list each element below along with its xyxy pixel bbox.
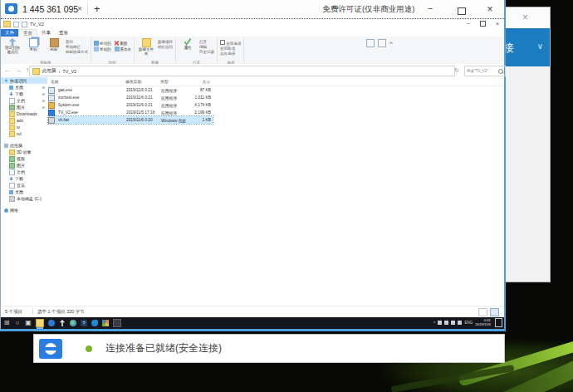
session-titlebar: 1 445 361 095 × + 免费许可证(仅非商业用途) − × xyxy=(1,0,504,19)
quick-access-toolbar[interactable]: TV_V2 xyxy=(3,21,44,27)
history-button[interactable]: 历史记录 xyxy=(199,50,214,54)
copy-path-button[interactable]: 复制路径 xyxy=(66,45,88,49)
properties-button[interactable]: 属性 xyxy=(179,38,197,54)
details-view-button[interactable] xyxy=(490,308,499,316)
close-button[interactable]: × xyxy=(481,3,499,16)
minimize-button[interactable]: − xyxy=(421,3,439,16)
task-view-icon[interactable]: ▣ xyxy=(25,320,32,326)
taskbar-app-icon[interactable] xyxy=(70,320,76,326)
tray-icon[interactable] xyxy=(451,321,455,325)
file-row[interactable]: TV_V2.exe 2019/11/5 17:16 应用程序 2,199 KB xyxy=(48,109,213,116)
sidebar-item-pictures[interactable]: 图片 xyxy=(1,162,47,169)
sidebar-item-desktop[interactable]: 桌面 xyxy=(1,84,47,91)
easy-access-button[interactable]: 轻松访问 xyxy=(158,45,173,49)
search-input[interactable]: 搜索"TV_V2" xyxy=(464,66,506,76)
column-size[interactable]: 大小 xyxy=(182,79,210,84)
open-button[interactable]: 打开 xyxy=(199,40,214,44)
tab-share[interactable]: 共享 xyxy=(37,29,55,37)
list-view-button[interactable] xyxy=(478,308,487,316)
file-row[interactable]: System.exe 2019/11/6 0:21 应用程序 4,174 KB xyxy=(48,101,213,109)
cut-button[interactable]: 剪切 xyxy=(66,40,88,44)
minimize-icon[interactable]: − xyxy=(467,21,470,27)
notification-center-icon[interactable] xyxy=(495,318,502,327)
sidebar-item-downloads[interactable]: 下载 xyxy=(1,91,47,97)
search-icon[interactable]: ○ xyxy=(14,320,21,326)
taskbar-app-icon[interactable] xyxy=(102,320,109,326)
sidebar-item-music[interactable]: 音乐 xyxy=(1,182,47,189)
file-row-selected[interactable]: vb.bat 2019/11/6 0:20 Windows 批处理文件 1 KB xyxy=(48,116,213,124)
forward-button[interactable]: → xyxy=(15,66,22,74)
tray-icon[interactable] xyxy=(458,321,462,325)
select-none-button[interactable]: 全部取消 xyxy=(220,47,241,51)
taskbar-app-icon[interactable] xyxy=(48,320,55,326)
tray-chevron-icon[interactable]: ^ xyxy=(433,321,435,326)
chevron-down-icon[interactable]: ∨ xyxy=(537,42,543,51)
select-all-button[interactable]: 全部选择 xyxy=(220,40,241,46)
file-explorer-taskbar-icon[interactable] xyxy=(36,319,44,327)
tab-view[interactable]: 查看 xyxy=(55,29,72,37)
rename-button[interactable]: 重命名 xyxy=(115,47,132,51)
copy-to-button[interactable]: 复制到 xyxy=(94,47,111,51)
sidebar-item-downloads[interactable]: 下载 xyxy=(1,175,47,182)
sidebar-item-folder[interactable]: Downloads xyxy=(1,110,47,117)
sidebar-item-network[interactable]: 网络 xyxy=(1,207,47,213)
tab-close-icon[interactable]: × xyxy=(77,4,82,13)
edit-button[interactable]: 编辑 xyxy=(199,45,214,49)
sidebar-item-documents[interactable]: 文档 xyxy=(1,97,47,104)
pin-to-quick-access-button[interactable]: 固定到快速访问 xyxy=(3,38,22,55)
sidebar-item-quick-access[interactable]: 快速访问 xyxy=(1,77,47,84)
column-date[interactable]: 修改日期 xyxy=(125,79,157,84)
sidebar-item-desktop[interactable]: 桌面 xyxy=(1,189,47,195)
ribbon-option-icon[interactable] xyxy=(378,39,386,47)
paste-shortcut-button[interactable]: 粘贴快捷方式 xyxy=(66,50,88,54)
ribbon-option-icon[interactable] xyxy=(366,39,375,47)
maximize-icon[interactable] xyxy=(480,21,486,27)
pin-icon xyxy=(42,93,45,96)
sidebar-item-folder[interactable]: rul xyxy=(1,130,47,137)
breadcrumb[interactable]: 此电脑 › TV_V2 xyxy=(29,66,455,76)
edge-taskbar-icon[interactable] xyxy=(91,320,98,326)
collapse-ribbon-icon[interactable]: ^ xyxy=(389,40,393,47)
qat-button[interactable] xyxy=(22,22,27,27)
back-button[interactable]: ← xyxy=(4,66,11,74)
sidebar-item-folder[interactable]: tv xyxy=(1,124,47,130)
start-button[interactable]: ⊞ xyxy=(3,320,10,326)
new-folder-button[interactable]: 新建文件夹 xyxy=(137,38,155,56)
column-name[interactable]: 名称 xyxy=(51,79,122,84)
sidebar-item-videos[interactable]: 视频 xyxy=(1,155,47,162)
refresh-icon[interactable]: ↻ xyxy=(454,67,459,74)
copy-button[interactable]: 复制 xyxy=(24,38,42,55)
taskbar-app-icon[interactable] xyxy=(59,320,66,326)
maximize-button[interactable] xyxy=(453,3,471,16)
sidebar-item-documents[interactable]: 文档 xyxy=(1,169,47,175)
delete-button[interactable]: 删除 xyxy=(115,41,132,46)
sidebar-item-local-disk-c[interactable]: 本地磁盘 (C:) xyxy=(1,195,47,202)
tab-file[interactable]: 文件 xyxy=(1,29,18,37)
close-icon[interactable]: × xyxy=(496,21,499,27)
tab-home[interactable]: 主页 xyxy=(18,29,37,37)
move-to-button[interactable]: 移动到 xyxy=(94,41,111,46)
taskbar-app-icon[interactable] xyxy=(113,319,121,327)
sidebar-item-this-pc[interactable]: 此电脑 xyxy=(1,142,47,149)
close-icon[interactable]: × xyxy=(522,12,528,22)
tray-icon[interactable] xyxy=(438,321,442,325)
new-folder-icon xyxy=(142,38,151,47)
sidebar-item-3d-objects[interactable]: 3D 对象 xyxy=(1,149,47,155)
sidebar-item-folder[interactable]: adv xyxy=(1,117,47,124)
new-tab-button[interactable]: + xyxy=(94,2,100,15)
file-row[interactable]: svchost.exe 2019/11/6 0:21 应用程序 1,011 KB xyxy=(48,94,213,101)
taskbar-app-icon[interactable]: ? xyxy=(81,320,87,326)
file-row[interactable]: gas.exe 2019/11/6 0:21 应用程序 87 KB xyxy=(48,86,213,94)
breadcrumb-current[interactable]: TV_V2 xyxy=(62,69,76,74)
taskbar-clock[interactable]: 0:41 2019/11/6 xyxy=(475,319,491,327)
connect-tab-header[interactable]: 接 ∨ xyxy=(502,28,550,66)
tray-icon[interactable] xyxy=(444,321,448,325)
invert-selection-button[interactable]: 反向选择 xyxy=(220,51,241,56)
new-item-button[interactable]: 新建项目 xyxy=(158,40,173,44)
breadcrumb-root[interactable]: 此电脑 xyxy=(42,68,56,74)
qat-button[interactable] xyxy=(13,22,19,27)
session-tab[interactable]: 1 445 361 095 xyxy=(22,4,78,14)
paste-button[interactable]: 粘贴 xyxy=(45,38,63,55)
sidebar-item-pictures[interactable]: 图片 xyxy=(1,104,47,110)
language-indicator[interactable]: ENG xyxy=(464,321,473,325)
